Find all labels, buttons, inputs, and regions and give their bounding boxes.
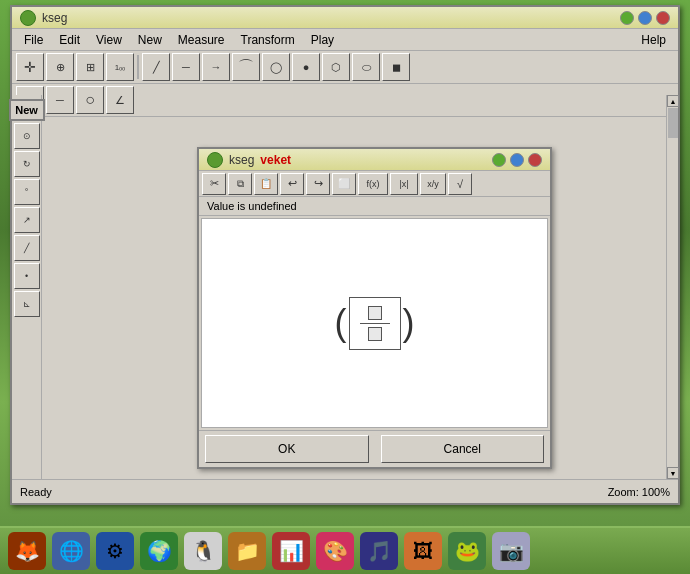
inner-frac-button[interactable]: x/y xyxy=(420,173,446,195)
status-bar: Ready Zoom: 100% xyxy=(12,479,678,503)
paste-icon: 📋 xyxy=(260,178,272,189)
slash-icon: ╱ xyxy=(24,243,29,253)
fx-icon: f(x) xyxy=(367,179,380,189)
left-tool-5[interactable]: ╱ xyxy=(14,235,40,261)
num-icon: 1₀₀ xyxy=(115,63,125,72)
ellipse-icon: ⬭ xyxy=(362,61,371,74)
minimize-button[interactable] xyxy=(620,11,634,25)
tool-polygon[interactable]: ⬡ xyxy=(322,53,350,81)
tool-arc[interactable]: ⌒ xyxy=(232,53,260,81)
segment2-icon: ─ xyxy=(56,94,64,106)
tool-circle-filled[interactable]: ● xyxy=(292,53,320,81)
taskbar-apps[interactable]: 🐸 xyxy=(448,532,486,570)
tool-segment[interactable]: ─ xyxy=(172,53,200,81)
fraction-box xyxy=(349,297,401,350)
inner-redo-button[interactable]: ↪ xyxy=(306,173,330,195)
taskbar-music[interactable]: 🎵 xyxy=(360,532,398,570)
tool-point[interactable]: ⊕ xyxy=(46,53,74,81)
inner-fx-button[interactable]: f(x) xyxy=(358,173,388,195)
taskbar-penguin[interactable]: 🐧 xyxy=(184,532,222,570)
taskbar-browser[interactable]: 🌐 xyxy=(52,532,90,570)
inner-toolbar: ✂ ⧉ 📋 ↩ ↪ ⬜ f(x) |x| x/y √ xyxy=(199,171,550,197)
left-paren: ( xyxy=(335,305,347,341)
tool-num[interactable]: 1₀₀ xyxy=(106,53,134,81)
inner-cut-button[interactable]: ✂ xyxy=(202,173,226,195)
tool-cross-arrow[interactable] xyxy=(16,53,44,81)
segment-icon: ─ xyxy=(182,61,190,73)
tool-grid[interactable]: ⊞ xyxy=(76,53,104,81)
tool-ellipse[interactable]: ⬭ xyxy=(352,53,380,81)
taskbar-chart[interactable]: 📊 xyxy=(272,532,310,570)
compass-icon: ⊙ xyxy=(23,131,31,141)
menu-transform[interactable]: Transform xyxy=(233,31,303,49)
inner-undo-button[interactable]: ↩ xyxy=(280,173,304,195)
scrollbar-up-button[interactable]: ▲ xyxy=(667,95,679,107)
main-window: kseg File Edit View New Measure Transfor… xyxy=(10,5,680,505)
arrow-up-right-icon: ↗ xyxy=(23,215,31,225)
menu-edit[interactable]: Edit xyxy=(51,31,88,49)
inner-sqrt-button[interactable]: √ xyxy=(448,173,472,195)
inner-title-buttons xyxy=(492,153,542,167)
tool-angle[interactable]: ∠ xyxy=(106,86,134,114)
zoom-text: Zoom: 100% xyxy=(608,486,670,498)
tool-circle-open[interactable]: ◯ xyxy=(262,53,290,81)
taskbar-settings[interactable]: ⚙ xyxy=(96,532,134,570)
tool-fill[interactable]: ◼ xyxy=(382,53,410,81)
inner-resize-button[interactable]: ⬜ xyxy=(332,173,356,195)
menu-help[interactable]: Help xyxy=(633,31,674,49)
rotate-icon: ↻ xyxy=(23,159,31,169)
taskbar-paint[interactable]: 🎨 xyxy=(316,532,354,570)
redo-icon: ↪ xyxy=(314,177,323,190)
frac-icon: x/y xyxy=(427,179,439,189)
dot-icon: • xyxy=(25,271,28,281)
circle-filled-icon: ● xyxy=(303,61,310,73)
menu-play[interactable]: Play xyxy=(303,31,342,49)
taskbar-camera[interactable]: 📷 xyxy=(492,532,530,570)
tool-ray[interactable]: → xyxy=(202,53,230,81)
scrollbar-down-button[interactable]: ▼ xyxy=(667,467,679,479)
inner-minimize-button[interactable] xyxy=(492,153,506,167)
tool-line[interactable]: ╱ xyxy=(142,53,170,81)
inner-title-bar: kseg veket xyxy=(199,149,550,171)
taskbar-files[interactable]: 📁 xyxy=(228,532,266,570)
circle2-icon: ○ xyxy=(85,91,95,109)
grid-icon: ⊞ xyxy=(86,61,95,74)
toolbar-row1: ⊕ ⊞ 1₀₀ ╱ ─ → ⌒ ◯ ● ⬡ ⬭ ◼ xyxy=(12,51,678,84)
menu-view[interactable]: View xyxy=(88,31,130,49)
left-tool-6[interactable]: • xyxy=(14,263,40,289)
new-button[interactable]: New xyxy=(9,99,45,121)
taskbar-firefox[interactable]: 🦊 xyxy=(8,532,46,570)
resize-icon: ⬜ xyxy=(338,178,350,189)
scrollbar-thumb[interactable] xyxy=(668,108,678,138)
left-tool-3[interactable]: ° xyxy=(14,179,40,205)
taskbar-image[interactable]: 🖼 xyxy=(404,532,442,570)
formula-area[interactable]: ( ) xyxy=(201,218,548,428)
inner-window-title: kseg xyxy=(229,153,254,167)
ok-button[interactable]: OK xyxy=(205,435,369,463)
sqrt-icon: √ xyxy=(457,178,463,190)
scrollbar-vertical[interactable]: ▲ ▼ xyxy=(666,95,678,479)
left-tool-1[interactable]: ⊙ xyxy=(14,123,40,149)
menu-file[interactable]: File xyxy=(16,31,51,49)
left-tool-2[interactable]: ↻ xyxy=(14,151,40,177)
taskbar-network[interactable]: 🌍 xyxy=(140,532,178,570)
inner-abs-button[interactable]: |x| xyxy=(390,173,418,195)
left-tool-7[interactable]: ⊾ xyxy=(14,291,40,317)
status-text: Ready xyxy=(20,486,52,498)
close-button[interactable] xyxy=(656,11,670,25)
menu-measure[interactable]: Measure xyxy=(170,31,233,49)
inner-copy-button[interactable]: ⧉ xyxy=(228,173,252,195)
copy-icon: ⧉ xyxy=(237,178,244,190)
inner-close-button[interactable] xyxy=(528,153,542,167)
inner-dialog: kseg veket ✂ ⧉ 📋 ↩ ↪ ⬜ f(x) |x| x/y √ Va… xyxy=(197,147,552,469)
cancel-button[interactable]: Cancel xyxy=(381,435,545,463)
inner-paste-button[interactable]: 📋 xyxy=(254,173,278,195)
tool-circle2[interactable]: ○ xyxy=(76,86,104,114)
maximize-button[interactable] xyxy=(638,11,652,25)
fraction-line xyxy=(360,323,390,324)
tool-segment2[interactable]: ─ xyxy=(46,86,74,114)
left-tool-4[interactable]: ↗ xyxy=(14,207,40,233)
menu-bar: File Edit View New Measure Transform Pla… xyxy=(12,29,678,51)
menu-new[interactable]: New xyxy=(130,31,170,49)
inner-maximize-button[interactable] xyxy=(510,153,524,167)
